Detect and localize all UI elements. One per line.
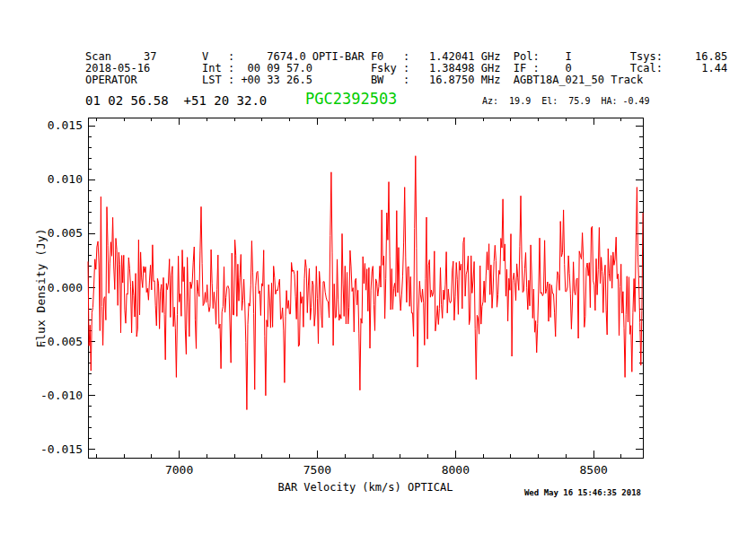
y-tick-label: -0.015: [40, 442, 83, 456]
x-tick-label: 8500: [580, 463, 608, 477]
x-tick-label: 7500: [303, 463, 331, 477]
x-tick-label: 7000: [165, 463, 193, 477]
y-axis-title: Flux Density (Jy): [34, 228, 48, 347]
plot-generated-layer: 7000750080008500-0.015-0.010-0.0050.0000…: [40, 118, 643, 477]
spectrum-plot: 7000750080008500-0.015-0.010-0.0050.0000…: [0, 0, 756, 534]
gbtidl-plotter-window: Scan 37 V : 7674.0 OPTI-BAR F0 : 1.42041…: [0, 0, 756, 534]
x-tick-label: 8000: [442, 463, 470, 477]
y-tick-label: 0.005: [48, 226, 83, 240]
spectrum-trace: [88, 156, 643, 410]
x-axis-title: BAR Velocity (km/s) OPTICAL: [277, 481, 453, 494]
plot-timestamp: Wed May 16 15:46:35 2018: [524, 488, 641, 497]
y-tick-label: 0.000: [48, 281, 83, 294]
y-tick-label: 0.010: [48, 172, 83, 186]
y-tick-label: 0.015: [48, 118, 83, 132]
y-tick-label: -0.010: [40, 389, 83, 402]
